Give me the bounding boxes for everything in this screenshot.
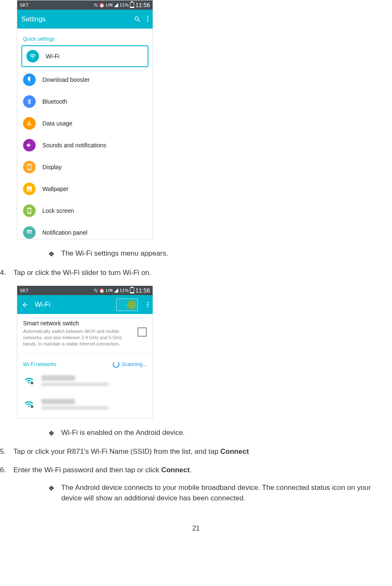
bullet-note: ❖ The Wi-Fi settings menu appears.: [48, 249, 392, 260]
screenshot-wifi: SKT ℕ ⏰ LTE 11% 11:56 Wi-Fi: [17, 285, 153, 419]
setting-label: Lock screen: [42, 207, 74, 214]
sns-checkbox[interactable]: [138, 327, 147, 337]
step-text: Tap or click the Wi-Fi slider to turn Wi…: [13, 267, 151, 278]
wifi-icon: [26, 50, 39, 63]
step-number: 4.: [0, 267, 13, 278]
step-4: 4. Tap or click the Wi-Fi slider to turn…: [0, 267, 392, 278]
wifi-signal-lock-icon: [23, 376, 35, 385]
signal-icon: [114, 288, 118, 293]
diamond-bullet-icon: ❖: [48, 429, 55, 439]
setting-label: Bluetooth: [42, 98, 67, 105]
download-booster-icon: [23, 73, 36, 86]
bluetooth-icon: [23, 95, 36, 108]
setting-bluetooth[interactable]: Bluetooth: [17, 91, 153, 112]
signal-icon: [114, 3, 118, 7]
lte-label: LTE: [106, 288, 113, 293]
networks-label: Wi-Fi networks: [23, 361, 56, 367]
section-header: Quick settings: [17, 29, 153, 45]
menu-overflow-icon[interactable]: [147, 302, 148, 307]
screenshot-settings: SKT ℕ ⏰ LTE 11% 11:56 Settings Quick set…: [17, 0, 153, 239]
setting-data-usage[interactable]: Data usage: [17, 112, 153, 134]
wallpaper-icon: [23, 183, 36, 195]
sounds-icon: [23, 139, 36, 152]
carrier-label: SKT: [20, 3, 29, 8]
network-name-blurred: [42, 399, 75, 404]
battery-icon: [130, 288, 134, 293]
setting-label: Notification panel: [42, 229, 87, 236]
diamond-bullet-icon: ❖: [48, 249, 55, 260]
alarm-icon: ⏰: [99, 288, 105, 293]
wifi-network-row[interactable]: [17, 371, 153, 395]
menu-overflow-icon[interactable]: [147, 16, 148, 22]
page-title: Settings: [21, 16, 46, 23]
wifi-signal-lock-icon: [23, 400, 35, 409]
setting-lock-screen[interactable]: Lock screen: [17, 200, 153, 222]
setting-label: Wi-Fi: [46, 53, 60, 60]
data-usage-icon: [23, 117, 36, 130]
wifi-network-row[interactable]: [17, 395, 153, 418]
network-info: [42, 375, 147, 386]
lte-label: LTE: [106, 3, 113, 7]
network-security-blurred: [42, 406, 109, 410]
app-bar: Wi-Fi: [17, 295, 153, 314]
setting-label: Download booster: [42, 76, 90, 83]
alarm-icon: ⏰: [99, 3, 105, 8]
notification-panel-icon: [23, 226, 36, 239]
network-name-blurred: [42, 375, 75, 381]
wifi-toggle[interactable]: [116, 298, 138, 311]
app-bar: Settings: [17, 10, 153, 29]
battery-pct: 11%: [119, 288, 129, 293]
sns-title: Smart network switch: [23, 320, 132, 327]
display-icon: [23, 161, 36, 173]
battery-pct: 11%: [119, 3, 129, 8]
setting-wifi[interactable]: Wi-Fi: [21, 45, 148, 67]
status-bar: SKT ℕ ⏰ LTE 11% 11:56: [17, 0, 153, 10]
connect-bold: Connect: [221, 447, 249, 455]
search-icon[interactable]: [134, 16, 141, 23]
connect-bold: Connect: [161, 466, 190, 474]
carrier-label: SKT: [20, 288, 29, 293]
clock: 11:56: [135, 287, 150, 294]
bullet-text: The Wi-Fi settings menu appears.: [61, 249, 168, 259]
bullet-note: ❖ Wi-Fi is enabled on the Android device…: [48, 428, 392, 439]
setting-notification-panel[interactable]: Notification panel: [17, 222, 153, 239]
bullet-text: Wi-Fi is enabled on the Android device.: [61, 428, 185, 438]
setting-label: Data usage: [42, 120, 73, 127]
diamond-bullet-icon: ❖: [48, 484, 55, 494]
setting-display[interactable]: Display: [17, 156, 153, 178]
setting-sounds[interactable]: Sounds and notifications: [17, 134, 153, 156]
networks-header: Wi-Fi networks Scanning...: [17, 354, 153, 371]
step-number: 5.: [0, 446, 13, 457]
setting-label: Display: [42, 164, 62, 170]
step-number: 6.: [0, 465, 13, 476]
step-text: Enter the Wi-Fi password and then tap or…: [13, 465, 192, 476]
network-security-blurred: [42, 382, 109, 386]
step-text: Tap or click your R871's Wi-Fi Name (SSI…: [13, 446, 249, 457]
status-bar: SKT ℕ ⏰ LTE 11% 11:56: [17, 286, 153, 295]
battery-icon: [130, 2, 134, 8]
scanning-text: Scanning...: [122, 361, 147, 367]
svg-rect-0: [31, 382, 34, 384]
setting-label: Sounds and notifications: [42, 142, 106, 149]
setting-label: Wallpaper: [42, 186, 69, 192]
settings-list: Wi-Fi Download booster Bluetooth Data us…: [17, 45, 153, 239]
setting-download-booster[interactable]: Download booster: [17, 69, 153, 91]
network-info: [42, 399, 147, 410]
clock: 11:56: [135, 2, 150, 8]
page-title: Wi-Fi: [35, 301, 50, 309]
page-number: 21: [0, 525, 392, 532]
smart-network-switch[interactable]: Smart network switch Automatically switc…: [17, 314, 153, 354]
sns-description: Automatically switch between Wi-Fi and m…: [23, 328, 132, 347]
svg-rect-1: [31, 405, 34, 408]
scanning-status: Scanning...: [113, 361, 147, 368]
spinner-icon: [113, 361, 119, 368]
setting-wallpaper[interactable]: Wallpaper: [17, 178, 153, 200]
bullet-note: ❖ The Android device connects to your mo…: [48, 483, 392, 503]
back-icon[interactable]: [21, 301, 29, 309]
step-5: 5. Tap or click your R871's Wi-Fi Name (…: [0, 446, 392, 457]
bullet-text: The Android device connects to your mobi…: [61, 483, 392, 503]
step-6: 6. Enter the Wi-Fi password and then tap…: [0, 465, 392, 476]
lock-screen-icon: [23, 204, 36, 217]
nfc-icon: ℕ: [94, 3, 98, 8]
nfc-icon: ℕ: [94, 288, 98, 293]
